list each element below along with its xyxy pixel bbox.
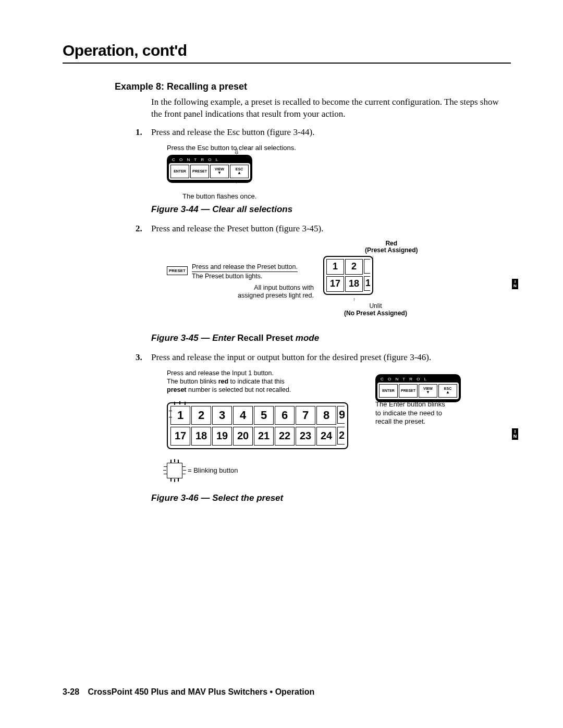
view-button: VIEW▼ [419,384,437,398]
manual-page: Operation, cont'd Example 8: Recalling a… [0,0,563,728]
arrow-up-icon: ↑ [353,297,356,302]
esc-button: ESC▲ [230,165,249,178]
preset-note: Press and release the Preset button. The… [192,263,298,281]
figure-3-44: Press the Esc button to clear all select… [167,144,511,200]
button-row-bottom: 17 18 19 20 21 22 23 24 2 [170,427,345,446]
page-number: 3-28 [63,687,79,696]
step-number: 3. [136,352,151,364]
enter-button: ENTER [379,384,398,398]
esc-button: ESC▲ [438,384,457,398]
button-row-bottom: 17 18 1 [326,276,370,292]
up-triangle-icon: ▲ [237,171,241,175]
step-number: 1. [136,127,151,139]
input-button-6: 6 [275,406,295,425]
input-button-20: 20 [233,427,253,446]
step-2: 2. Press and release the Preset button (… [136,223,511,235]
input-button-19-cut: 1 [364,276,370,291]
figure-3-44-caption: Figure 3-44 — Clear all selections [151,204,511,215]
input-button-21: 21 [254,427,274,446]
input-button-5: 5 [254,406,274,425]
down-triangle-icon: ▼ [217,171,222,175]
unlit-label: Unlit (No Preset Assigned) [344,303,407,317]
intro-paragraph: In the following example, a preset is re… [151,96,511,120]
step-1: 1. Press and release the Esc button (fig… [136,127,511,139]
control-panel: C O N T R O L ENTER PRESET VIEW▼ ESC▲ [375,374,461,402]
figure-3-46: Press and release the Input 1 button. Th… [167,369,511,489]
in-label: IN [512,279,518,289]
in-label: IN [512,428,518,440]
input-button-1: 1 [170,406,190,425]
input-panel: 1 2 17 18 1 [323,256,373,295]
enter-blink-note: The Enter button blinks to indicate the … [375,400,445,427]
input-button-cut [364,259,370,274]
page-footer: 3-28 CrossPoint 450 Plus and MAV Plus Sw… [63,687,314,697]
step-text: Press and release the input or output bu… [151,352,511,364]
red-label: Red (Preset Assigned) [365,240,418,254]
control-label: C O N T R O L [169,157,250,163]
example-heading: Example 8: Recalling a preset [115,81,511,92]
input-button-2: 2 [345,259,363,275]
button-row-top: 1 2 3 4 5 6 7 8 9 [170,406,345,425]
input-button-2: 2 [191,406,211,425]
input-button-3: 3 [212,406,232,425]
input-button-9-cut: 9 [337,406,345,424]
input-panel-large: 1 2 3 4 5 6 7 8 9 17 18 19 20 21 22 23 2… [167,402,348,449]
step-text: Press and release the Preset button (fig… [151,223,511,235]
input-button-22: 22 [275,427,295,446]
input-button-17: 17 [326,276,344,292]
step-number: 2. [136,223,151,235]
input-button-7: 7 [296,406,315,425]
preset-button: PRESET [399,384,418,398]
input-button-25-cut: 2 [337,427,345,445]
figure-3-46-caption: Figure 3-46 — Select the preset [151,493,511,503]
chapter-title: Operation, cont'd [63,42,511,59]
preset-button: PRESET [167,266,188,275]
input-button-24: 24 [316,427,336,446]
input-button-17: 17 [170,427,190,446]
assigned-note: All input buttons with assigned presets … [215,284,314,300]
input-button-23: 23 [296,427,315,446]
button-row-top: 1 2 [326,259,370,275]
title-rule [63,63,511,64]
arrow-up-icon: ↑ [235,178,238,185]
arrow-down-icon: ⇩ [234,147,240,156]
footer-text: CrossPoint 450 Plus and MAV Plus Switche… [88,687,314,696]
preset-button: PRESET [190,165,209,178]
figure-3-45-caption: Figure 3-45 — Enter Recall Preset mode [151,333,511,343]
input-button-19: 19 [212,427,232,446]
blinking-legend: = Blinking button [167,463,238,478]
input-button-4: 4 [233,406,253,425]
step-3: 3. Press and release the input or output… [136,352,511,364]
input-button-18: 18 [345,276,363,292]
legend-text: = Blinking button [188,466,238,474]
fig46-note: Press and release the Input 1 button. Th… [167,369,291,394]
view-button: VIEW▼ [210,165,229,178]
input-button-18: 18 [191,427,211,446]
fig44-top-note: Press the Esc button to clear all select… [167,144,511,152]
enter-button: ENTER [170,165,189,178]
control-panel: C O N T R O L ENTER PRESET VIEW▼ ESC▲ [167,155,252,183]
input-button-8: 8 [316,406,336,425]
figure-3-45: Red (Preset Assigned) ↓ PRESET Press and… [167,240,511,329]
step-text: Press and release the Esc button (figure… [151,127,511,139]
blink-square-icon [167,463,182,478]
control-button-row: ENTER PRESET VIEW▼ ESC▲ [169,163,250,180]
input-button-1: 1 [326,259,344,275]
fig44-bottom-note: The button flashes once. [182,192,511,200]
